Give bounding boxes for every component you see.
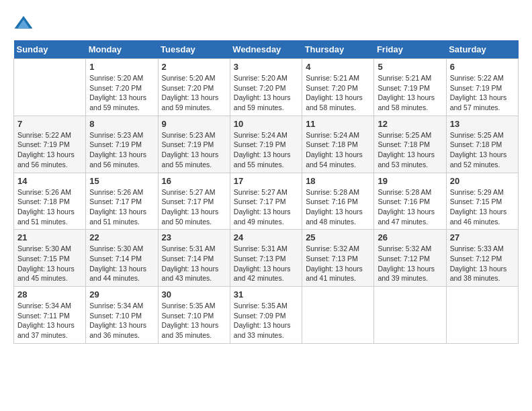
calendar-cell: 2Sunrise: 5:20 AM Sunset: 7:20 PM Daylig…	[158, 59, 230, 116]
week-row: 14Sunrise: 5:26 AM Sunset: 7:18 PM Dayli…	[14, 173, 519, 230]
day-info: Sunrise: 5:34 AM Sunset: 7:11 PM Dayligh…	[17, 301, 82, 340]
calendar-cell: 30Sunrise: 5:35 AM Sunset: 7:10 PM Dayli…	[158, 287, 230, 344]
calendar-cell: 9Sunrise: 5:23 AM Sunset: 7:19 PM Daylig…	[158, 116, 230, 173]
calendar-cell: 23Sunrise: 5:31 AM Sunset: 7:14 PM Dayli…	[158, 230, 230, 287]
day-number: 11	[306, 119, 370, 129]
day-number: 29	[89, 289, 154, 300]
day-info: Sunrise: 5:24 AM Sunset: 7:18 PM Dayligh…	[306, 130, 370, 170]
calendar-cell	[374, 287, 446, 344]
calendar-cell: 3Sunrise: 5:20 AM Sunset: 7:20 PM Daylig…	[230, 59, 302, 116]
day-number: 30	[162, 289, 226, 300]
day-info: Sunrise: 5:32 AM Sunset: 7:13 PM Dayligh…	[306, 244, 370, 283]
calendar-cell: 20Sunrise: 5:29 AM Sunset: 7:15 PM Dayli…	[446, 173, 518, 230]
day-number: 12	[378, 119, 442, 129]
day-number: 13	[450, 119, 515, 129]
calendar-cell: 12Sunrise: 5:25 AM Sunset: 7:18 PM Dayli…	[374, 116, 446, 173]
header-day: Tuesday	[158, 40, 230, 59]
calendar-cell: 15Sunrise: 5:26 AM Sunset: 7:17 PM Dayli…	[86, 173, 158, 230]
day-info: Sunrise: 5:22 AM Sunset: 7:19 PM Dayligh…	[450, 73, 515, 113]
day-info: Sunrise: 5:30 AM Sunset: 7:14 PM Dayligh…	[89, 244, 154, 283]
day-info: Sunrise: 5:25 AM Sunset: 7:18 PM Dayligh…	[450, 130, 515, 170]
calendar-cell: 24Sunrise: 5:31 AM Sunset: 7:13 PM Dayli…	[230, 230, 302, 287]
day-info: Sunrise: 5:28 AM Sunset: 7:16 PM Dayligh…	[378, 187, 442, 227]
day-number: 19	[378, 176, 442, 186]
calendar-table: SundayMondayTuesdayWednesdayThursdayFrid…	[13, 40, 519, 344]
calendar-cell: 6Sunrise: 5:22 AM Sunset: 7:19 PM Daylig…	[446, 59, 518, 116]
calendar-cell: 4Sunrise: 5:21 AM Sunset: 7:20 PM Daylig…	[302, 59, 374, 116]
header-row: SundayMondayTuesdayWednesdayThursdayFrid…	[14, 40, 519, 59]
calendar-cell: 29Sunrise: 5:34 AM Sunset: 7:10 PM Dayli…	[86, 287, 158, 344]
day-info: Sunrise: 5:30 AM Sunset: 7:15 PM Dayligh…	[17, 244, 82, 283]
day-info: Sunrise: 5:20 AM Sunset: 7:20 PM Dayligh…	[89, 73, 154, 113]
header-day: Wednesday	[230, 40, 302, 59]
day-number: 4	[306, 62, 370, 72]
day-number: 2	[162, 62, 226, 72]
calendar-cell: 10Sunrise: 5:24 AM Sunset: 7:19 PM Dayli…	[230, 116, 302, 173]
day-info: Sunrise: 5:21 AM Sunset: 7:19 PM Dayligh…	[378, 73, 442, 113]
day-number: 26	[378, 232, 442, 242]
header	[13, 13, 519, 34]
week-row: 21Sunrise: 5:30 AM Sunset: 7:15 PM Dayli…	[14, 230, 519, 287]
day-info: Sunrise: 5:29 AM Sunset: 7:15 PM Dayligh…	[450, 187, 515, 227]
calendar-cell: 25Sunrise: 5:32 AM Sunset: 7:13 PM Dayli…	[302, 230, 374, 287]
day-info: Sunrise: 5:26 AM Sunset: 7:18 PM Dayligh…	[17, 187, 82, 227]
day-number: 1	[89, 62, 154, 72]
day-number: 15	[89, 176, 154, 186]
day-info: Sunrise: 5:31 AM Sunset: 7:13 PM Dayligh…	[234, 244, 298, 283]
calendar-cell: 21Sunrise: 5:30 AM Sunset: 7:15 PM Dayli…	[14, 230, 86, 287]
calendar-cell	[14, 59, 86, 116]
day-info: Sunrise: 5:25 AM Sunset: 7:18 PM Dayligh…	[378, 130, 442, 170]
day-info: Sunrise: 5:20 AM Sunset: 7:20 PM Dayligh…	[162, 73, 226, 113]
day-number: 22	[89, 232, 154, 242]
day-number: 24	[234, 232, 298, 242]
calendar-cell: 11Sunrise: 5:24 AM Sunset: 7:18 PM Dayli…	[302, 116, 374, 173]
day-number: 6	[450, 62, 515, 72]
day-info: Sunrise: 5:31 AM Sunset: 7:14 PM Dayligh…	[162, 244, 226, 283]
day-info: Sunrise: 5:33 AM Sunset: 7:12 PM Dayligh…	[450, 244, 515, 283]
calendar-cell: 1Sunrise: 5:20 AM Sunset: 7:20 PM Daylig…	[86, 59, 158, 116]
day-number: 14	[17, 176, 82, 186]
day-number: 7	[17, 119, 82, 129]
header-day: Thursday	[302, 40, 374, 59]
day-number: 28	[17, 289, 82, 300]
calendar-cell: 26Sunrise: 5:32 AM Sunset: 7:12 PM Dayli…	[374, 230, 446, 287]
calendar-cell: 16Sunrise: 5:27 AM Sunset: 7:17 PM Dayli…	[158, 173, 230, 230]
week-row: 7Sunrise: 5:22 AM Sunset: 7:19 PM Daylig…	[14, 116, 519, 173]
day-number: 17	[234, 176, 298, 186]
calendar-cell: 5Sunrise: 5:21 AM Sunset: 7:19 PM Daylig…	[374, 59, 446, 116]
day-number: 20	[450, 176, 515, 186]
day-info: Sunrise: 5:23 AM Sunset: 7:19 PM Dayligh…	[89, 130, 154, 170]
calendar-cell: 17Sunrise: 5:27 AM Sunset: 7:17 PM Dayli…	[230, 173, 302, 230]
day-info: Sunrise: 5:32 AM Sunset: 7:12 PM Dayligh…	[378, 244, 442, 283]
calendar-cell: 7Sunrise: 5:22 AM Sunset: 7:19 PM Daylig…	[14, 116, 86, 173]
day-number: 27	[450, 232, 515, 242]
calendar-cell	[302, 287, 374, 344]
day-number: 18	[306, 176, 370, 186]
day-number: 16	[162, 176, 226, 186]
calendar-cell: 27Sunrise: 5:33 AM Sunset: 7:12 PM Dayli…	[446, 230, 518, 287]
week-row: 28Sunrise: 5:34 AM Sunset: 7:11 PM Dayli…	[14, 287, 519, 344]
day-info: Sunrise: 5:22 AM Sunset: 7:19 PM Dayligh…	[17, 130, 82, 170]
day-info: Sunrise: 5:35 AM Sunset: 7:10 PM Dayligh…	[162, 301, 226, 340]
logo	[13, 13, 36, 34]
header-day: Monday	[86, 40, 158, 59]
calendar-cell: 22Sunrise: 5:30 AM Sunset: 7:14 PM Dayli…	[86, 230, 158, 287]
day-number: 25	[306, 232, 370, 242]
day-info: Sunrise: 5:35 AM Sunset: 7:09 PM Dayligh…	[234, 301, 298, 340]
header-day: Friday	[374, 40, 446, 59]
calendar-cell	[446, 287, 518, 344]
logo-icon	[13, 13, 34, 34]
day-number: 10	[234, 119, 298, 129]
day-number: 23	[162, 232, 226, 242]
day-info: Sunrise: 5:27 AM Sunset: 7:17 PM Dayligh…	[234, 187, 298, 227]
week-row: 1Sunrise: 5:20 AM Sunset: 7:20 PM Daylig…	[14, 59, 519, 116]
day-number: 21	[17, 232, 82, 242]
calendar-cell: 14Sunrise: 5:26 AM Sunset: 7:18 PM Dayli…	[14, 173, 86, 230]
day-info: Sunrise: 5:24 AM Sunset: 7:19 PM Dayligh…	[234, 130, 298, 170]
calendar-cell: 31Sunrise: 5:35 AM Sunset: 7:09 PM Dayli…	[230, 287, 302, 344]
day-number: 31	[234, 289, 298, 300]
calendar-cell: 18Sunrise: 5:28 AM Sunset: 7:16 PM Dayli…	[302, 173, 374, 230]
day-info: Sunrise: 5:26 AM Sunset: 7:17 PM Dayligh…	[89, 187, 154, 227]
day-number: 5	[378, 62, 442, 72]
header-day: Saturday	[446, 40, 518, 59]
